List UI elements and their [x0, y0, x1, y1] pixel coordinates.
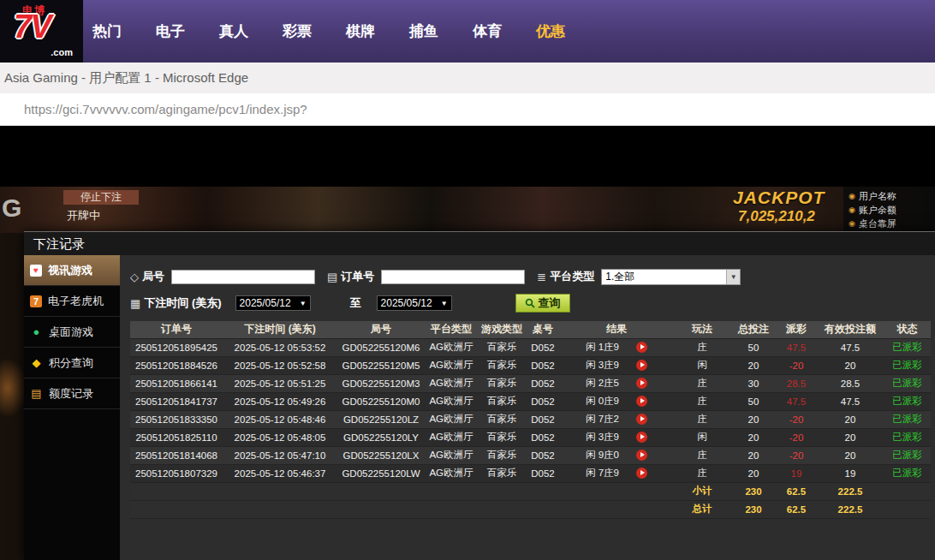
play-video-icon[interactable]	[636, 468, 647, 479]
nav-item[interactable]: 真人	[219, 21, 248, 41]
column-header: 总投注	[731, 321, 776, 338]
slot-machine-icon: 7	[30, 295, 42, 307]
nav-item[interactable]: 优惠	[536, 21, 565, 41]
sidebar-item[interactable]: ◆积分查询	[24, 348, 120, 378]
nav-item[interactable]: 电子	[156, 21, 185, 41]
platform-type-select[interactable]: 1.全部 ▼	[601, 269, 741, 285]
round-number-icon: ◇	[130, 271, 139, 283]
game-type-cell: 百家乐	[478, 464, 526, 482]
totals-status-cell	[884, 500, 931, 518]
play-video-icon[interactable]	[636, 396, 647, 407]
order-cell: 250512051884526	[130, 356, 223, 374]
sidebar-item[interactable]: 7电子老虎机	[24, 286, 120, 317]
totals-label-cell: 总计	[673, 500, 731, 518]
play-type-cell: 庄	[673, 374, 731, 392]
column-header: 订单号	[130, 321, 223, 338]
info-label: 账户余额	[859, 204, 896, 217]
column-header: 游戏类型	[478, 321, 526, 338]
points-diamond-icon: ◆	[30, 356, 43, 369]
date-to-select[interactable]: 2025/05/12 ▼	[377, 295, 452, 311]
column-header: 下注时间 (美东)	[223, 321, 337, 338]
user-icon: ◉	[849, 192, 855, 200]
platform-cell: AG欧洲厅	[425, 464, 478, 482]
game-type-cell: 百家乐	[478, 392, 526, 410]
browser-title-bar: Asia Gaming - 用户配置 1 - Microsoft Edge	[0, 63, 935, 93]
play-video-icon[interactable]	[636, 450, 647, 461]
totals-payout-cell: 62.5	[776, 500, 817, 518]
total-row: 总计23062.5222.5	[130, 500, 931, 518]
result-cell: 闲 7庄2	[560, 410, 673, 428]
stop-bet-banner: 停止下注	[63, 190, 139, 205]
round-cell: GD052255120M6	[337, 338, 425, 356]
game-type-cell: 百家乐	[478, 374, 526, 392]
result-text: 闲 3庄9	[586, 360, 619, 370]
time-cell: 2025-05-12 05:51:25	[223, 374, 337, 392]
info-row: ◉ 桌台靠屏	[849, 217, 935, 230]
round-cell: GD052255120M5	[337, 356, 425, 374]
table-row: 2505120518140682025-05-12 05:47:10GD0522…	[130, 446, 931, 464]
platform-cell: AG欧洲厅	[425, 410, 478, 428]
panel-title: 下注记录	[24, 232, 935, 255]
total-bet-cell: 50	[731, 338, 776, 356]
table-row: 2505120518073292025-05-12 05:46:37GD0522…	[130, 464, 931, 482]
result-text: 闲 1庄9	[586, 342, 619, 352]
play-video-icon[interactable]	[636, 432, 647, 443]
result-cell: 闲 2庄5	[560, 374, 673, 392]
platform-type-label: 平台类型	[550, 269, 594, 284]
ag-logo-fragment: G	[2, 194, 21, 223]
status-cell: 已派彩	[884, 428, 931, 446]
bet-records-table: 订单号下注时间 (美东)局号平台类型游戏类型桌号结果玩法总投注派彩有效投注额状态…	[130, 321, 931, 519]
date-from-select[interactable]: 2025/05/12 ▼	[235, 295, 311, 311]
round-number-input[interactable]	[171, 270, 315, 284]
user-info-panel: ◉ 用户名称 ◉ 账户余额 ◉ 桌台靠屏	[843, 187, 935, 233]
total-bet-cell: 50	[731, 392, 776, 410]
play-video-icon[interactable]	[636, 414, 647, 425]
jackpot-label: JACKPOT	[733, 188, 825, 208]
chevron-down-icon: ▼	[726, 270, 740, 284]
payout-cell: -20	[776, 428, 817, 446]
round-cell: GD052255120M3	[337, 374, 425, 392]
round-cell: GD052255120M0	[337, 392, 425, 410]
round-number-label: 局号	[142, 269, 164, 284]
payout-cell: 47.5	[776, 338, 817, 356]
nav-item[interactable]: 体育	[473, 21, 502, 41]
nav-item[interactable]: 热门	[92, 21, 122, 41]
search-button[interactable]: 查询	[515, 294, 570, 313]
play-video-icon[interactable]	[636, 360, 647, 371]
totals-status-cell	[884, 482, 931, 500]
nav-item[interactable]: 捕鱼	[409, 21, 438, 41]
column-header: 状态	[884, 321, 931, 338]
sidebar-item[interactable]: ▤额度记录	[24, 378, 120, 409]
status-cell: 已派彩	[884, 338, 931, 356]
table-row: 2505120518251102025-05-12 05:48:05GD0522…	[130, 428, 931, 446]
order-cell: 250512051895425	[130, 338, 223, 356]
valid-bet-cell: 19	[817, 464, 884, 482]
game-type-cell: 百家乐	[478, 338, 526, 356]
platform-cell: AG欧洲厅	[425, 338, 478, 356]
totals-bet-cell: 230	[731, 500, 776, 518]
browser-url-bar[interactable]: https://gci.7vvvvvv.com/agingame/pcv1/in…	[0, 93, 935, 126]
site-logo[interactable]: 申博 7V .com	[0, 0, 83, 63]
status-cell: 已派彩	[884, 446, 931, 464]
play-video-icon[interactable]	[636, 342, 647, 353]
window-title: Asia Gaming - 用户配置 1 - Microsoft Edge	[4, 70, 248, 85]
sidebar-item[interactable]: ♥视讯游戏	[24, 255, 120, 286]
payout-cell: 28.5	[776, 374, 817, 392]
totals-label-cell: 小计	[673, 482, 731, 500]
jackpot-value: 7,025,210,2	[738, 208, 815, 225]
nav-item[interactable]: 彩票	[283, 21, 312, 41]
play-video-icon[interactable]	[636, 378, 647, 389]
sidebar-item[interactable]: ●桌面游戏	[24, 317, 120, 348]
screen: 申博 7V .com 热门电子真人彩票棋牌捕鱼体育优惠 Asia Gaming …	[0, 0, 935, 560]
status-cell: 已派彩	[884, 356, 931, 374]
round-cell: GD052255120LZ	[337, 410, 425, 428]
platform-cell: AG欧洲厅	[425, 374, 478, 392]
payout-cell: -20	[776, 446, 817, 464]
play-type-cell: 庄	[673, 392, 731, 410]
order-number-input[interactable]	[381, 270, 525, 284]
header-row: 订单号下注时间 (美东)局号平台类型游戏类型桌号结果玩法总投注派彩有效投注额状态	[130, 321, 931, 338]
nav-item[interactable]: 棋牌	[346, 21, 375, 41]
table-no-cell: D052	[526, 464, 560, 482]
result-cell: 闲 1庄9	[560, 338, 673, 356]
date-to-value: 2025/05/12	[381, 297, 432, 309]
